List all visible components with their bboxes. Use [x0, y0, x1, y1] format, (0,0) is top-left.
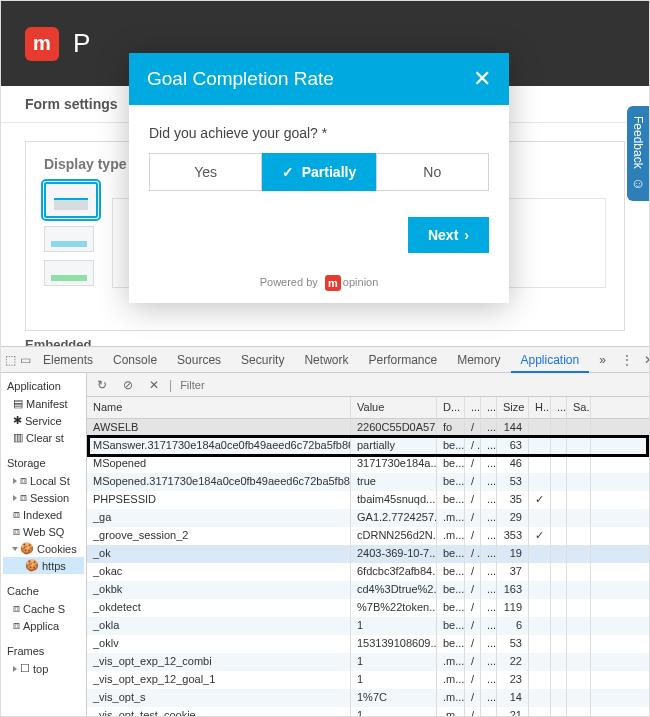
option-yes[interactable]: Yes	[149, 153, 262, 191]
sidebar-item-clear[interactable]: ▥ Clear st	[3, 429, 84, 446]
feedback-tab[interactable]: Feedback	[627, 106, 649, 201]
table-row[interactable]: MSopened3171730e184a...be.../...46	[87, 455, 649, 473]
option-partially[interactable]: Partially	[262, 153, 375, 191]
devtools-tabbar: ⬚ ▭ Elements Console Sources Security Ne…	[1, 347, 649, 373]
sidebar-item-localstorage[interactable]: ⧈ Local St	[3, 472, 84, 489]
tab-security[interactable]: Security	[231, 347, 294, 373]
refresh-icon[interactable]: ↻	[93, 376, 111, 394]
clear-icon[interactable]: ✕	[145, 376, 163, 394]
col-value[interactable]: Value	[351, 397, 437, 418]
sidebar-item-manifest[interactable]: ▤ Manifest	[3, 395, 84, 412]
sidebar-group-storage: Storage	[3, 454, 84, 472]
devtools-menu-icon[interactable]: ⋮	[618, 351, 636, 369]
table-row[interactable]: MSopened.3171730e184a0ce0fb49aeed6c72ba5…	[87, 473, 649, 491]
tabs-overflow[interactable]: »	[589, 347, 616, 373]
display-option-embedded[interactable]	[44, 260, 94, 286]
chevron-right-icon: ›	[464, 227, 469, 243]
table-row[interactable]: _ok2403-369-10-7...be.../ ......19	[87, 545, 649, 563]
tab-elements[interactable]: Elements	[33, 347, 103, 373]
sidebar-group-cache: Cache	[3, 582, 84, 600]
option-no[interactable]: No	[376, 153, 489, 191]
sidebar-group-application: Application	[3, 377, 84, 395]
table-row[interactable]: _vis_opt_exp_12_combi1.m.../...22	[87, 653, 649, 671]
next-button[interactable]: Next›	[408, 217, 489, 253]
modal-question: Did you achieve your goal? *	[149, 125, 489, 141]
tab-sources[interactable]: Sources	[167, 347, 231, 373]
sidebar-item-top[interactable]: ☐ top	[3, 660, 84, 677]
col-size[interactable]: Size	[497, 397, 529, 418]
col-secure[interactable]: ...	[551, 397, 567, 418]
devtools-close-icon[interactable]: ✕	[640, 351, 650, 369]
display-option-modal[interactable]	[44, 182, 98, 218]
tab-memory[interactable]: Memory	[447, 347, 510, 373]
sidebar-group-frames: Frames	[3, 642, 84, 660]
tab-console[interactable]: Console	[103, 347, 167, 373]
table-row[interactable]: _gaGA1.2.7724257....m.../...29	[87, 509, 649, 527]
tab-performance[interactable]: Performance	[358, 347, 447, 373]
sidebar-item-sessionstorage[interactable]: ⧈ Session	[3, 489, 84, 506]
cookie-table-body: AWSELB2260C55D0A57fo/...144MSanswer.3171…	[87, 419, 649, 716]
table-row[interactable]: _okdetect%7B%22token...be.../...119	[87, 599, 649, 617]
table-row[interactable]: _vis_opt_test_cookie1.m.../...21	[87, 707, 649, 716]
modal-footer: Powered by mopinion	[129, 267, 509, 303]
close-icon[interactable]: ✕	[473, 66, 491, 92]
sidebar-item-indexeddb[interactable]: ⧈ Indexed	[3, 506, 84, 523]
block-icon[interactable]: ⊘	[119, 376, 137, 394]
table-row[interactable]: _okla1be.../...6	[87, 617, 649, 635]
sidebar-item-service[interactable]: ✱ Service	[3, 412, 84, 429]
filter-input[interactable]	[176, 377, 256, 393]
table-row[interactable]: _okac6fdcbc3f2afb84...be.../...37	[87, 563, 649, 581]
tab-application[interactable]: Application	[511, 347, 590, 373]
table-row[interactable]: AWSELB2260C55D0A57fo/...144	[87, 419, 649, 437]
col-path[interactable]: ...	[465, 397, 481, 418]
sidebar-item-cookie-origin[interactable]: 🍪 https	[3, 557, 84, 574]
col-samesite[interactable]: Sa...	[567, 397, 591, 418]
modal-title: Goal Completion Rate	[147, 68, 334, 90]
table-row[interactable]: MSanswer.3171730e184a0ce0fb49aeed6c72ba5…	[87, 437, 649, 455]
inspect-icon[interactable]: ⬚	[5, 351, 16, 369]
table-row[interactable]: _vis_opt_exp_12_goal_11.m.../...23	[87, 671, 649, 689]
table-row[interactable]: _oklv153139108609...be.../...53	[87, 635, 649, 653]
cookie-table-header: Name Value D... ... ... Size H... ... Sa…	[87, 397, 649, 419]
table-row[interactable]: _groove_session_2cDRNN256d2N....m.../...…	[87, 527, 649, 545]
devtools-sidebar: Application ▤ Manifest ✱ Service ▥ Clear…	[1, 373, 87, 716]
goal-completion-modal: Goal Completion Rate ✕ Did you achieve y…	[129, 53, 509, 303]
devtools-panel: ⬚ ▭ Elements Console Sources Security Ne…	[1, 346, 649, 716]
sidebar-item-appcache[interactable]: ⧈ Applica	[3, 617, 84, 634]
device-toggle-icon[interactable]: ▭	[20, 351, 31, 369]
app-logo: m	[25, 27, 59, 61]
table-row[interactable]: _vis_opt_s1%7C.m.../...14	[87, 689, 649, 707]
display-option-slide[interactable]	[44, 226, 94, 252]
sidebar-item-websql[interactable]: ⧈ Web SQ	[3, 523, 84, 540]
sidebar-item-cachestorage[interactable]: ⧈ Cache S	[3, 600, 84, 617]
col-name[interactable]: Name	[87, 397, 351, 418]
sidebar-item-cookies[interactable]: 🍪 Cookies	[3, 540, 84, 557]
col-domain[interactable]: D...	[437, 397, 465, 418]
table-row[interactable]: PHPSESSIDtbaim45snuqd...be.../...35✓	[87, 491, 649, 509]
col-expires[interactable]: ...	[481, 397, 497, 418]
col-http[interactable]: H...	[529, 397, 551, 418]
mopinion-logo-icon: m	[325, 275, 341, 291]
table-row[interactable]: _okbkcd4%3Dtrue%2...be.../...163	[87, 581, 649, 599]
tab-network[interactable]: Network	[294, 347, 358, 373]
app-title: P	[73, 28, 90, 59]
